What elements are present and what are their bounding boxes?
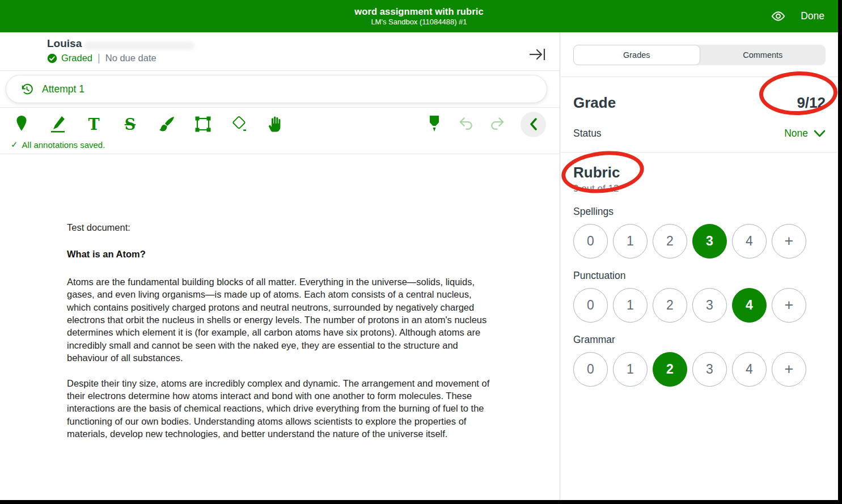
- status-label: Status: [573, 128, 602, 139]
- eye-icon[interactable]: [771, 9, 786, 24]
- score-0-button[interactable]: 0: [573, 352, 608, 387]
- rubric-total: 9 out of 12: [573, 183, 826, 194]
- eraser-icon[interactable]: [230, 114, 248, 134]
- score-1-button[interactable]: 1: [613, 288, 648, 323]
- score-circles: 01234+: [573, 224, 827, 259]
- status-value: None: [784, 128, 808, 139]
- saved-text: All annotations saved.: [22, 140, 105, 150]
- score-2-button[interactable]: 2: [653, 224, 687, 259]
- add-score-button[interactable]: +: [772, 288, 806, 323]
- brush-icon[interactable]: [158, 114, 175, 134]
- grade-value[interactable]: 9/12: [797, 94, 826, 112]
- marker-icon[interactable]: [425, 114, 443, 134]
- undo-icon[interactable]: [457, 114, 475, 134]
- score-circles: 01234+: [573, 352, 827, 387]
- student-header: Louisa Graded | No due date: [0, 32, 560, 71]
- ink-pen-icon[interactable]: [49, 114, 66, 134]
- add-score-button[interactable]: +: [772, 224, 806, 259]
- score-2-button[interactable]: 2: [653, 352, 687, 387]
- document-heading: What is an Atom?: [67, 248, 493, 260]
- course-subtitle: LM's Sandbox (11084488) #1: [354, 18, 483, 27]
- status-row: Status None: [561, 112, 838, 152]
- grade-label: Grade: [573, 94, 616, 112]
- top-bar: word assignment with rubric LM's Sandbox…: [0, 0, 838, 32]
- text-icon[interactable]: T: [85, 114, 103, 134]
- document-paragraph-1: Atoms are the fundamental building block…: [67, 276, 493, 365]
- redacted-text: [84, 41, 194, 50]
- attempt-row: Attempt 1: [0, 71, 560, 108]
- rubric-title: Rubric: [573, 164, 826, 181]
- rubric-criterion: Grammar 01234+: [561, 323, 838, 387]
- strikethrough-icon[interactable]: S: [121, 114, 139, 134]
- attempt-label: Attempt 1: [42, 83, 84, 95]
- document-intro: Test document:: [67, 221, 493, 234]
- assignment-title: word assignment with rubric: [354, 6, 483, 18]
- document-viewer[interactable]: Test document: What is an Atom? Atoms ar…: [0, 154, 560, 500]
- check-circle-icon: [47, 53, 57, 63]
- score-4-button[interactable]: 4: [732, 288, 767, 323]
- criterion-label: Grammar: [573, 334, 827, 346]
- collapse-chevron-icon[interactable]: [521, 112, 546, 137]
- tab-grades[interactable]: Grades: [573, 45, 700, 65]
- due-date-label: No due date: [105, 53, 156, 63]
- rubric-criterion: Punctuation 01234+: [561, 259, 838, 323]
- grade-row: Grade 9/12: [561, 77, 838, 112]
- skip-to-end-icon[interactable]: [528, 46, 547, 63]
- check-icon: ✓: [11, 139, 18, 150]
- document-page: Test document: What is an Atom? Atoms ar…: [67, 221, 493, 441]
- score-4-button[interactable]: 4: [732, 352, 767, 387]
- score-3-button[interactable]: 3: [692, 288, 727, 323]
- score-4-button[interactable]: 4: [732, 224, 767, 259]
- speedgrader-app: word assignment with rubric LM's Sandbox…: [0, 0, 838, 500]
- criterion-label: Punctuation: [573, 270, 827, 282]
- score-2-button[interactable]: 2: [653, 288, 687, 323]
- add-score-button[interactable]: +: [772, 352, 806, 387]
- document-paragraph-2: Despite their tiny size, atoms are incre…: [67, 377, 493, 441]
- tab-comments[interactable]: Comments: [700, 45, 826, 65]
- score-circles: 01234+: [573, 288, 827, 323]
- grading-status-badge: Graded: [61, 53, 92, 63]
- assignment-title-block: word assignment with rubric LM's Sandbox…: [354, 6, 483, 27]
- chevron-down-icon: [814, 130, 826, 137]
- score-1-button[interactable]: 1: [613, 224, 648, 259]
- redo-icon[interactable]: [489, 114, 506, 134]
- score-1-button[interactable]: 1: [613, 352, 648, 387]
- history-clock-icon: [20, 82, 34, 96]
- pan-hand-icon[interactable]: [266, 114, 284, 134]
- status-dropdown[interactable]: None: [784, 128, 826, 139]
- shape-rectangle-icon[interactable]: [194, 114, 211, 134]
- annotation-toolbar: T S: [0, 108, 560, 154]
- annotations-saved-status: ✓ All annotations saved.: [11, 139, 105, 150]
- rubric-criterion: Spellings 01234+: [561, 194, 838, 259]
- grading-pane: Grades Comments Grade 9/12 Status None R…: [561, 32, 838, 500]
- score-3-button[interactable]: 3: [692, 352, 727, 387]
- criterion-label: Spellings: [573, 206, 827, 218]
- score-0-button[interactable]: 0: [573, 288, 608, 323]
- divider: |: [98, 52, 100, 64]
- rubric-header: Rubric 9 out of 12: [561, 153, 838, 194]
- score-3-button[interactable]: 3: [692, 224, 727, 259]
- comment-pin-icon[interactable]: [12, 114, 30, 134]
- done-button[interactable]: Done: [801, 10, 824, 22]
- score-0-button[interactable]: 0: [573, 224, 608, 259]
- submission-pane: Louisa Graded | No due date: [0, 32, 560, 500]
- tab-bar: Grades Comments: [561, 32, 838, 77]
- attempt-selector[interactable]: Attempt 1: [6, 75, 547, 103]
